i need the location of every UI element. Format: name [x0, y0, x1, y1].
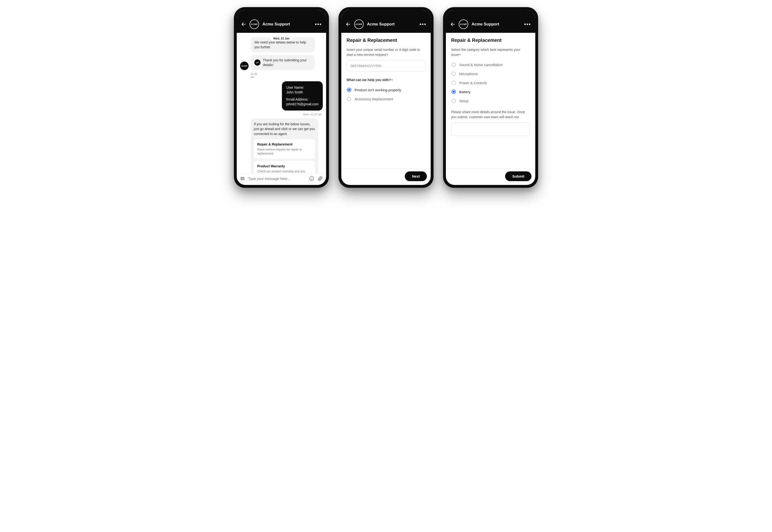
radio-not-working[interactable]: Product isn't working properly: [347, 85, 425, 94]
svg-point-4: [309, 176, 314, 181]
bot-message-options: If you are looking for the below issues,…: [251, 118, 318, 173]
device-notch: [372, 10, 400, 18]
device-form-step1: ACME Acme Support ••• Repair & Replaceme…: [338, 7, 434, 188]
device-notch: [476, 10, 505, 18]
dots-icon: •••: [315, 21, 322, 27]
options-intro: If you are looking for the below issues,…: [254, 122, 315, 136]
device-chat: ACME Acme Support ••• Wed, 22 Jan We nee…: [234, 7, 329, 188]
bot-message-text: We need your details below to help you f…: [254, 40, 306, 49]
bot-avatar: ACME: [240, 62, 249, 70]
radio-icon: [452, 72, 456, 76]
user-email-value: john8276@gmail.com: [286, 102, 318, 106]
required-indicator: •: [391, 78, 393, 82]
date-pill: Wed, 22 Jan: [270, 36, 293, 41]
arrow-left-icon: [346, 22, 351, 27]
back-button[interactable]: [346, 22, 351, 27]
form-body: Repair & Replacement Insert your unique …: [341, 33, 431, 168]
header-title: Acme Support: [367, 22, 416, 27]
back-button[interactable]: [241, 22, 246, 27]
form-title: Repair & Replacement: [347, 38, 425, 43]
radio-label: Power & Controls: [459, 81, 487, 85]
details-label: Please share more details around the iss…: [451, 110, 530, 120]
brand-logo-text: ACME: [251, 23, 258, 25]
option-repair-replacement[interactable]: Repair & Replacement Raise service reque…: [254, 139, 315, 159]
radio-label: Setup: [459, 99, 468, 103]
radio-microphone[interactable]: Microphone: [451, 69, 530, 78]
user-message: User Name: John Smith Email Address: joh…: [282, 81, 323, 111]
emoji-icon: [309, 176, 314, 181]
radio-icon: [347, 97, 351, 101]
radio-icon: [452, 63, 456, 67]
next-button[interactable]: Next: [405, 171, 427, 181]
message-input[interactable]: [248, 177, 306, 181]
user-name-value: John Smith: [286, 90, 318, 95]
radio-battery[interactable]: Battery: [451, 87, 530, 96]
device-notch: [267, 10, 296, 18]
more-button[interactable]: •••: [524, 21, 531, 27]
radio-label: Accessory Replacement: [355, 97, 393, 101]
dots-icon: •••: [420, 21, 426, 27]
details-input[interactable]: [451, 122, 530, 136]
bot-message: Thank you for submitting your details!: [251, 55, 315, 70]
required-indicator: •: [387, 53, 388, 57]
arrow-left-icon: [450, 22, 455, 27]
serial-input[interactable]: [347, 60, 425, 71]
form-title: Repair & Replacement: [451, 38, 530, 43]
chat-body: Wed, 22 Jan We need your details below t…: [237, 33, 326, 173]
device-form-step2: ACME Acme Support ••• Repair & Replaceme…: [443, 7, 538, 188]
emoji-button[interactable]: [309, 176, 314, 181]
menu-icon: [240, 176, 245, 181]
radio-sound[interactable]: Sound & Noise cancellation: [451, 60, 530, 69]
back-button[interactable]: [450, 22, 455, 27]
user-email-label: Email Address:: [286, 97, 318, 102]
dots-icon: •••: [524, 21, 531, 27]
radio-label: Product isn't working properly: [355, 88, 401, 92]
arrow-left-icon: [241, 22, 246, 27]
brand-logo: ACME: [459, 19, 468, 29]
form-footer: Next: [341, 168, 431, 185]
bot-avatar-text: ACME: [241, 65, 247, 67]
option-title: Product Warranty: [257, 164, 312, 169]
radio-power-controls[interactable]: Power & Controls: [451, 78, 530, 87]
radio-label: Microphone: [459, 72, 478, 76]
user-name-label: User Name:: [286, 85, 318, 90]
radio-icon: [452, 81, 456, 85]
form-body: Repair & Replacement Select the category…: [446, 33, 535, 168]
option-desc: Raise service request for repair or repl…: [257, 148, 312, 156]
help-label: What can we help you with?•: [347, 77, 425, 82]
brand-logo: ACME: [354, 19, 364, 29]
option-product-warranty[interactable]: Product Warranty Check our product warra…: [254, 161, 315, 173]
radio-accessory-replacement[interactable]: Accessory Replacement: [347, 94, 425, 103]
radio-icon: [452, 90, 456, 94]
option-desc: Check our product warranty and any eligi…: [257, 169, 312, 173]
required-indicator: •: [459, 53, 461, 57]
header-title: Acme Support: [262, 22, 312, 27]
serial-label: Insert your unique serial number or 4-di…: [347, 47, 425, 57]
menu-button[interactable]: [240, 176, 245, 181]
category-label: Select the category which best represent…: [451, 47, 530, 57]
more-button[interactable]: •••: [315, 21, 322, 27]
composer: [237, 173, 326, 185]
brand-logo: ACME: [250, 19, 259, 29]
header-title: Acme Support: [472, 22, 521, 27]
form-footer: Submit: [446, 168, 535, 185]
more-button[interactable]: •••: [420, 21, 426, 27]
radio-label: Sound & Noise cancellation: [459, 63, 503, 67]
timestamp: 11:25 am: [251, 73, 323, 79]
radio-icon: [452, 99, 456, 103]
radio-setup[interactable]: Setup: [451, 96, 530, 105]
submit-button[interactable]: Submit: [505, 171, 531, 181]
radio-label: Battery: [459, 90, 471, 94]
option-title: Repair & Replacement: [257, 142, 312, 147]
attachment-button[interactable]: [318, 176, 323, 181]
radio-icon: [347, 88, 351, 92]
sent-timestamp: Sent • 11:27 am: [240, 113, 322, 116]
bot-message-text: Thank you for submitting your details!: [263, 58, 311, 68]
check-icon: [254, 59, 261, 66]
paperclip-icon: [318, 176, 323, 181]
